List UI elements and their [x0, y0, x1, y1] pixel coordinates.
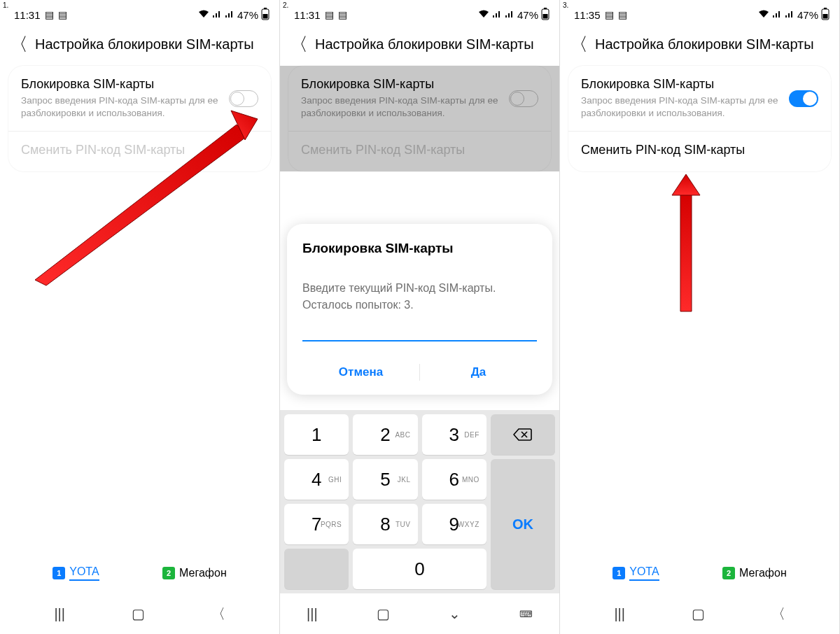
notif-icon: ▤ — [618, 9, 627, 20]
back-chevron-icon[interactable]: ⌄ — [449, 605, 461, 622]
nav-bar: ||| ▢ 〈 — [0, 593, 279, 634]
key-8[interactable]: 8TUV — [353, 504, 417, 544]
battery-text: 47% — [797, 9, 818, 21]
sim-tab-2[interactable]: 2 Мегафон — [162, 565, 227, 581]
sim2-name: Мегафон — [179, 567, 227, 579]
key-7[interactable]: 7PQRS — [284, 504, 349, 544]
key-5[interactable]: 5JKL — [353, 459, 417, 500]
notif-icon: ▤ — [325, 9, 334, 20]
sim-tabs: 1 YOTA 2 Мегафон — [0, 565, 279, 581]
page-title: Настройка блокировки SIM-карты — [315, 36, 534, 52]
recents-button[interactable]: ||| — [54, 606, 65, 622]
pin-dialog: Блокировка SIM-карты Введите текущий PIN… — [287, 224, 552, 395]
svg-marker-12 — [672, 174, 700, 195]
title-bar: 〈 Настройка блокировки SIM-карты — [560, 29, 839, 66]
sim-tab-2[interactable]: 2 Мегафон — [722, 565, 787, 581]
notif-icon: ▤ — [45, 9, 54, 20]
back-button[interactable]: 〈 — [771, 605, 785, 624]
nav-bar: ||| ▢ ⌄ ⌨ — [280, 593, 559, 634]
sim1-name: YOTA — [629, 565, 659, 581]
home-button[interactable]: ▢ — [132, 605, 145, 622]
sim-lock-title: Блокировка SIM-карты — [301, 77, 500, 92]
signal-icon — [772, 9, 782, 20]
confirm-button[interactable]: Да — [420, 357, 537, 388]
svg-rect-10 — [823, 14, 828, 19]
sim-lock-row[interactable]: Блокировка SIM-карты Запрос введения PIN… — [8, 66, 271, 132]
svg-rect-9 — [824, 8, 827, 9]
clock: 11:35 — [574, 9, 601, 21]
home-button[interactable]: ▢ — [377, 605, 390, 622]
sim1-name: YOTA — [69, 565, 99, 581]
status-bar: 11:31 ▤ ▤ 47% — [280, 0, 559, 29]
title-bar: 〈 Настройка блокировки SIM-карты — [280, 29, 559, 66]
clock: 11:31 — [294, 9, 321, 21]
sim2-badge: 2 — [162, 567, 175, 579]
svg-rect-1 — [264, 8, 267, 9]
recents-button[interactable]: ||| — [307, 606, 318, 622]
screen-1: 1. 11:31 ▤ ▤ 47% 〈 Настройка блокировки … — [0, 0, 280, 634]
clock: 11:31 — [14, 9, 41, 21]
sim-lock-sub: Запрос введения PIN-кода SIM-карты для е… — [581, 94, 780, 120]
svg-rect-6 — [544, 8, 547, 9]
sim-lock-row[interactable]: Блокировка SIM-карты Запрос введения PIN… — [568, 66, 831, 132]
key-0[interactable]: 0 — [353, 549, 486, 589]
svg-marker-11 — [680, 192, 692, 311]
settings-card: Блокировка SIM-карты Запрос введения PIN… — [288, 66, 551, 171]
back-icon[interactable]: 〈 — [570, 35, 588, 53]
svg-rect-7 — [543, 14, 548, 19]
change-pin-label: Сменить PIN-код SIM-карты — [581, 143, 818, 157]
key-1[interactable]: 1 — [284, 414, 349, 455]
sim-lock-toggle[interactable] — [229, 90, 258, 107]
recents-button[interactable]: ||| — [614, 606, 625, 622]
key-backspace[interactable] — [491, 414, 555, 455]
annotation-arrow — [665, 171, 707, 318]
sim-lock-row[interactable]: Блокировка SIM-карты Запрос введения PIN… — [288, 66, 551, 132]
keyboard-switch-icon[interactable]: ⌨ — [519, 609, 533, 619]
key-9[interactable]: 9WXYZ — [422, 504, 486, 544]
sim-lock-title: Блокировка SIM-карты — [581, 77, 780, 92]
back-button[interactable]: 〈 — [211, 605, 225, 624]
page-title: Настройка блокировки SIM-карты — [595, 36, 814, 52]
step-number: 1. — [3, 1, 8, 9]
sim-lock-title: Блокировка SIM-карты — [21, 77, 220, 92]
signal-icon — [492, 9, 502, 20]
back-icon[interactable]: 〈 — [10, 35, 28, 53]
key-4[interactable]: 4GHI — [284, 459, 349, 500]
sim-lock-sub: Запрос введения PIN-кода SIM-карты для е… — [21, 94, 220, 120]
signal-icon — [225, 9, 234, 20]
svg-rect-2 — [263, 14, 268, 19]
home-button[interactable]: ▢ — [692, 605, 705, 622]
sim-tabs: 1 YOTA 2 Мегафон — [560, 565, 839, 581]
sim-lock-sub: Запрос введения PIN-кода SIM-карты для е… — [301, 94, 500, 120]
dialog-title: Блокировка SIM-карты — [302, 241, 537, 256]
battery-text: 47% — [237, 9, 258, 21]
cancel-button[interactable]: Отмена — [302, 357, 419, 388]
sim-lock-toggle[interactable] — [789, 90, 818, 107]
signal-icon — [785, 9, 794, 20]
signal-icon — [505, 9, 514, 20]
screen-3: 3. 11:35 ▤ ▤ 47% 〈 Настройка блокировки … — [560, 0, 840, 634]
change-pin-label: Сменить PIN-код SIM-карты — [21, 143, 258, 157]
settings-card: Блокировка SIM-карты Запрос введения PIN… — [8, 66, 271, 171]
page-title: Настройка блокировки SIM-карты — [35, 36, 254, 52]
key-2[interactable]: 2ABC — [353, 414, 417, 455]
key-6[interactable]: 6MNO — [422, 459, 486, 500]
sim-tab-1[interactable]: 1 YOTA — [612, 565, 659, 581]
notif-icon: ▤ — [338, 9, 347, 20]
pin-input[interactable] — [302, 322, 537, 341]
sim-tab-1[interactable]: 1 YOTA — [52, 565, 99, 581]
key-3[interactable]: 3DEF — [422, 414, 486, 455]
wifi-icon — [478, 9, 489, 20]
back-icon[interactable]: 〈 — [290, 35, 308, 53]
step-number: 3. — [563, 1, 568, 9]
change-pin-row[interactable]: Сменить PIN-код SIM-карты — [568, 132, 831, 171]
wifi-icon — [198, 9, 209, 20]
battery-icon — [821, 8, 830, 22]
battery-icon — [541, 8, 550, 22]
key-blank — [284, 549, 349, 589]
sim1-badge: 1 — [612, 567, 625, 579]
key-ok[interactable]: OK — [491, 459, 555, 589]
signal-icon — [212, 9, 222, 20]
notif-icon: ▤ — [605, 9, 614, 20]
sim-lock-toggle[interactable] — [509, 90, 538, 107]
